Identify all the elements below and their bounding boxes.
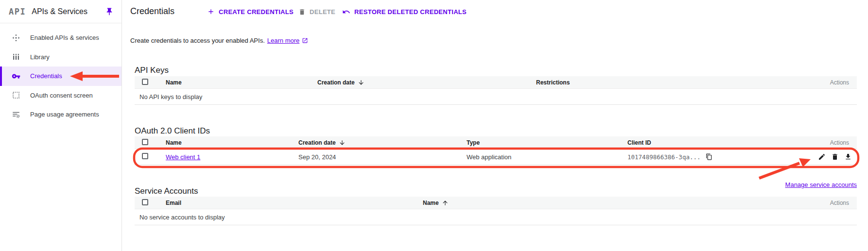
delete-button[interactable]: DELETE bbox=[298, 0, 335, 23]
select-all-checkbox[interactable] bbox=[142, 139, 148, 145]
sort-desc-icon bbox=[358, 79, 365, 86]
oauth-consent-icon bbox=[12, 91, 20, 100]
sidebar-item-label: Library bbox=[30, 53, 50, 61]
download-icon[interactable] bbox=[844, 153, 852, 161]
sidebar-item-enabled-apis[interactable]: Enabled APIs & services bbox=[0, 28, 122, 48]
row-checkbox[interactable] bbox=[142, 153, 148, 159]
intro-text: Create credentials to access your enable… bbox=[130, 37, 308, 44]
sidebar-item-label: Credentials bbox=[30, 72, 62, 80]
restore-undo-icon bbox=[342, 8, 350, 16]
oauth-client-row: Web client 1 Sep 20, 2024 Web applicatio… bbox=[135, 149, 857, 165]
column-header-actions: Actions bbox=[830, 200, 857, 206]
oauth-clients-heading: OAuth 2.0 Client IDs bbox=[135, 126, 210, 136]
column-header-name[interactable]: Name bbox=[423, 200, 803, 206]
trash-icon bbox=[298, 8, 306, 16]
select-all-checkbox[interactable] bbox=[142, 199, 148, 205]
oauth-clients-table: Name Creation date Type Client ID Action… bbox=[135, 136, 857, 165]
sort-asc-icon bbox=[442, 200, 449, 206]
column-header-email[interactable]: Email bbox=[166, 200, 423, 206]
oauth-client-name-link[interactable]: Web client 1 bbox=[166, 153, 200, 161]
column-header-client-id[interactable]: Client ID bbox=[627, 139, 818, 146]
service-accounts-table: Email Name Actions No service accounts t… bbox=[135, 197, 857, 225]
restore-deleted-credentials-button[interactable]: RESTORE DELETED CREDENTIALS bbox=[342, 0, 467, 23]
column-header-creation-date[interactable]: Creation date bbox=[298, 139, 467, 146]
sidebar-item-label: Page usage agreements bbox=[30, 111, 99, 118]
sidebar-item-credentials[interactable]: Credentials bbox=[0, 67, 122, 86]
oauth-client-id-value: 1017489866386-3qa... bbox=[627, 153, 701, 161]
sidebar-item-label: Enabled APIs & services bbox=[30, 34, 99, 41]
api-keys-table: Name Creation date Restrictions Actions … bbox=[135, 76, 857, 105]
key-icon bbox=[12, 72, 20, 81]
sort-desc-icon bbox=[339, 139, 346, 146]
sidebar-item-oauth-consent[interactable]: OAuth consent screen bbox=[0, 86, 122, 105]
pin-icon[interactable] bbox=[104, 6, 115, 17]
enabled-apis-icon bbox=[12, 33, 20, 42]
sidebar: API APIs & Services Enabled APIs & servi… bbox=[0, 0, 122, 251]
learn-more-link[interactable]: Learn more bbox=[267, 37, 299, 44]
column-header-creation-date[interactable]: Creation date bbox=[317, 79, 536, 86]
sidebar-item-label: OAuth consent screen bbox=[30, 92, 93, 99]
oauth-client-creation-date: Sep 20, 2024 bbox=[298, 153, 467, 161]
service-accounts-empty-row: No service accounts to display bbox=[135, 209, 857, 225]
edit-pencil-icon[interactable] bbox=[818, 153, 826, 161]
service-accounts-table-header: Email Name Actions bbox=[135, 197, 857, 209]
oauth-row-actions bbox=[818, 153, 859, 161]
sidebar-title: APIs & Services bbox=[32, 7, 104, 16]
sidebar-nav: Enabled APIs & services Library Credenti… bbox=[0, 23, 122, 124]
column-header-type[interactable]: Type bbox=[467, 139, 627, 146]
service-accounts-heading: Service Accounts bbox=[135, 186, 198, 196]
api-keys-table-header: Name Creation date Restrictions Actions bbox=[135, 76, 857, 89]
column-header-actions: Actions bbox=[830, 79, 857, 86]
column-header-name[interactable]: Name bbox=[166, 79, 317, 86]
api-keys-empty-row: No API keys to display bbox=[135, 89, 857, 105]
column-header-restrictions[interactable]: Restrictions bbox=[536, 79, 760, 86]
manage-service-accounts-link[interactable]: Manage service accounts bbox=[785, 181, 857, 188]
copy-icon[interactable] bbox=[706, 153, 712, 160]
page-title: Credentials bbox=[130, 6, 174, 17]
page-usage-icon bbox=[12, 110, 20, 119]
library-icon bbox=[12, 52, 20, 61]
column-header-actions: Actions bbox=[830, 139, 857, 146]
sidebar-item-page-usage[interactable]: Page usage agreements bbox=[0, 105, 122, 124]
sidebar-item-library[interactable]: Library bbox=[0, 48, 122, 67]
external-link-icon bbox=[302, 37, 308, 44]
delete-trash-icon[interactable] bbox=[831, 153, 839, 161]
select-all-checkbox[interactable] bbox=[142, 79, 148, 85]
api-keys-heading: API Keys bbox=[135, 66, 169, 75]
gcp-console-window: API APIs & Services Enabled APIs & servi… bbox=[0, 0, 868, 251]
column-header-name[interactable]: Name bbox=[166, 139, 298, 146]
api-logo: API bbox=[9, 7, 26, 17]
plus-icon bbox=[207, 8, 215, 16]
oauth-table-header: Name Creation date Type Client ID Action… bbox=[135, 136, 857, 149]
create-credentials-button[interactable]: CREATE CREDENTIALS bbox=[207, 0, 294, 23]
sidebar-header: API APIs & Services bbox=[0, 0, 122, 23]
oauth-client-type: Web application bbox=[467, 153, 627, 161]
